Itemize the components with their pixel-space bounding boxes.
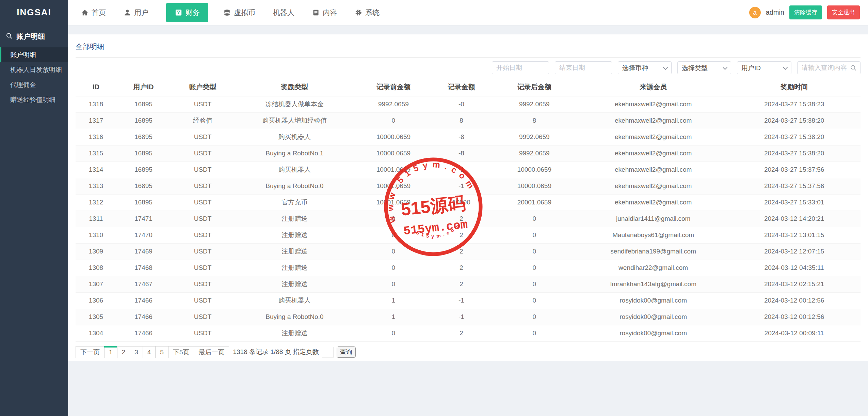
- table-cell: USDT: [171, 211, 235, 227]
- end-date-input[interactable]: [555, 61, 612, 74]
- table-cell: 2024-03-27 15:38:23: [728, 96, 861, 112]
- table-cell: 注册赠送: [235, 260, 354, 276]
- nav-item-system[interactable]: 系统: [355, 8, 380, 17]
- user-icon: [124, 9, 131, 16]
- gear-icon: [355, 9, 362, 16]
- table-cell: 2024-03-27 15:37:56: [728, 161, 861, 178]
- nav-item-content[interactable]: 内容: [312, 8, 337, 17]
- clear-cache-button[interactable]: 清除缓存: [789, 5, 822, 19]
- table-cell: 2024-03-12 00:12:56: [728, 292, 861, 309]
- pagination-page-3[interactable]: 3: [130, 346, 143, 358]
- avatar[interactable]: a: [749, 7, 761, 18]
- table-cell: junaidiar1411@gmail.com: [579, 211, 728, 227]
- table-cell: 17469: [116, 243, 171, 260]
- pagination-next5[interactable]: 下5页: [168, 346, 194, 358]
- nav-item-users[interactable]: 用户: [124, 8, 148, 17]
- pagination-prev[interactable]: 下一页: [76, 346, 105, 358]
- goto-page-input[interactable]: [322, 347, 334, 357]
- nav-item-finance[interactable]: ¥ 财务: [166, 3, 208, 22]
- table-cell: 17466: [116, 292, 171, 309]
- table-cell: 1313: [76, 178, 116, 194]
- userid-select[interactable]: 用户ID: [737, 61, 791, 74]
- table-cell: 1314: [76, 161, 116, 178]
- table-cell: ekehmaxwell2@gmail.com: [579, 178, 728, 194]
- goto-page-button[interactable]: 查询: [337, 346, 356, 358]
- pagination-page-4[interactable]: 4: [143, 346, 156, 358]
- type-select-wrap: 选择类型: [677, 61, 731, 74]
- table-cell: 1316: [76, 129, 116, 145]
- table-cell: USDT: [171, 96, 235, 112]
- filter-bar: 选择币种 选择类型 用户ID: [76, 61, 861, 74]
- table-cell: 0: [490, 260, 579, 276]
- table-cell: Imrankhan143afg@gmail.com: [579, 276, 728, 292]
- table-cell: 9992.0659: [490, 96, 579, 112]
- table-cell: rosyidok00@gmail.com: [579, 292, 728, 309]
- column-header: 记录后金额: [490, 78, 579, 96]
- content-icon: [312, 9, 320, 16]
- coin-select[interactable]: 选择币种: [618, 61, 672, 74]
- table-cell: 2024-03-12 14:20:21: [728, 211, 861, 227]
- table-cell: USDT: [171, 260, 235, 276]
- table-cell: 2024-03-12 13:01:15: [728, 227, 861, 243]
- table-cell: 20001.0659: [490, 194, 579, 211]
- table-cell: -8: [433, 129, 490, 145]
- nav-item-home[interactable]: 首页: [81, 8, 106, 17]
- pagination-last[interactable]: 最后一页: [194, 346, 229, 358]
- table-cell: 2: [433, 227, 490, 243]
- table-cell: 10001.0659: [354, 178, 433, 194]
- nav-label: 用户: [134, 8, 148, 17]
- sidebar-section-account-detail[interactable]: 账户明细: [0, 25, 68, 47]
- sidebar-item-1[interactable]: 机器人日发放明细: [0, 62, 68, 77]
- table-cell: 注册赠送: [235, 211, 354, 227]
- table-cell: 0: [490, 292, 579, 309]
- table-row: 131416895USDT购买机器人10001.0659-110000.0659…: [76, 161, 861, 178]
- logout-button[interactable]: 安全退出: [827, 5, 860, 19]
- table-cell: -1: [433, 161, 490, 178]
- table-cell: USDT: [171, 145, 235, 161]
- table-cell: 购买机器人增加经验值: [235, 112, 354, 129]
- table-cell: ekehmaxwell2@gmail.com: [579, 161, 728, 178]
- table-cell: 10000.0659: [354, 145, 433, 161]
- sidebar-item-0[interactable]: 账户明细: [0, 47, 68, 62]
- table-cell: 1317: [76, 112, 116, 129]
- table-cell: USDT: [171, 194, 235, 211]
- table-row: 130917469USDT注册赠送020sendifebriana199@gma…: [76, 243, 861, 260]
- table-cell: 16895: [116, 178, 171, 194]
- nav-item-robot[interactable]: 机器人: [273, 8, 294, 17]
- table-cell: 0: [354, 325, 433, 341]
- table-cell: USDT: [171, 292, 235, 309]
- table-row: 131117471USDT注册赠送020junaidiar1411@gmail.…: [76, 211, 861, 227]
- nav-item-crypto[interactable]: 虚拟币: [223, 8, 255, 17]
- start-date-input[interactable]: [492, 61, 549, 74]
- table-cell: -0: [433, 96, 490, 112]
- sidebar-item-3[interactable]: 赠送经验值明细: [0, 92, 68, 107]
- table-cell: 冻结机器人做单本金: [235, 96, 354, 112]
- pagination-page-1[interactable]: 1: [104, 346, 117, 358]
- table-cell: 2024-03-27 15:33:01: [728, 194, 861, 211]
- table-cell: 官方充币: [235, 194, 354, 211]
- table-cell: wendihar22@gmail.com: [579, 260, 728, 276]
- type-select[interactable]: 选择类型: [677, 61, 731, 74]
- table-cell: 0: [354, 243, 433, 260]
- table-cell: 1: [354, 309, 433, 325]
- table-row: 130817468USDT注册赠送020wendihar22@gmail.com…: [76, 260, 861, 276]
- column-header: 账户类型: [171, 78, 235, 96]
- pagination-page-2[interactable]: 2: [117, 346, 130, 358]
- search-icon: [5, 32, 13, 41]
- table-cell: -1: [433, 309, 490, 325]
- table-cell: 2: [433, 276, 490, 292]
- table-cell: 注册赠送: [235, 276, 354, 292]
- table-cell: 购买机器人: [235, 161, 354, 178]
- table-cell: 1312: [76, 194, 116, 211]
- pagination-page-5[interactable]: 5: [155, 346, 168, 358]
- table-cell: 1306: [76, 292, 116, 309]
- page-title: 全部明细: [76, 34, 861, 51]
- table-cell: Buying a RobotNo.0: [235, 178, 354, 194]
- table-cell: 9992.0659: [490, 145, 579, 161]
- table-cell: 0: [354, 112, 433, 129]
- table-cell: 9992.0659: [490, 129, 579, 145]
- table-header-row: ID用户ID账户类型奖励类型记录前金额记录金额记录后金额来源会员奖励时间: [76, 78, 861, 96]
- sidebar-item-2[interactable]: 代理佣金: [0, 77, 68, 92]
- table-cell: 2024-03-12 12:07:15: [728, 243, 861, 260]
- table-cell: 1305: [76, 309, 116, 325]
